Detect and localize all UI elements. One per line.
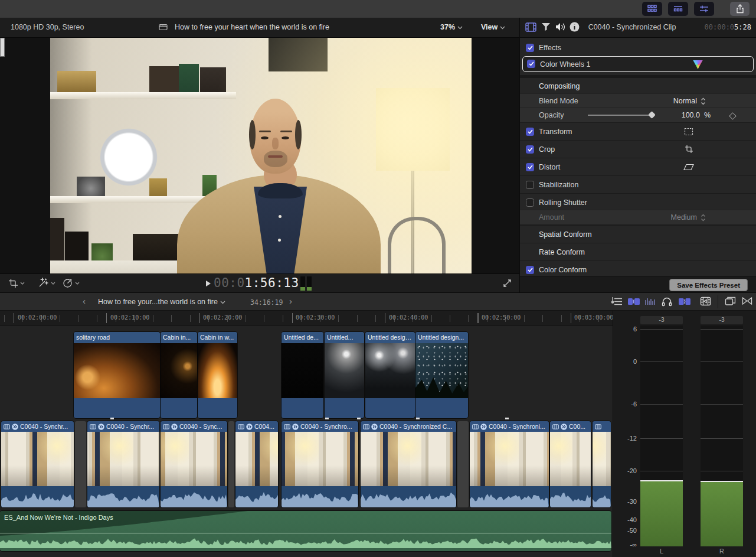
peak-cap — [701, 481, 743, 482]
timeline-ruler[interactable]: 00:02:00:00 00:02:10:00 00:02:20:00 00:0… — [0, 311, 613, 326]
gap-clip[interactable] — [228, 421, 234, 507]
connected-clip[interactable]: Untitled de... — [282, 332, 323, 418]
clip-audio-waveform — [361, 486, 456, 507]
next-project-icon[interactable]: › — [289, 296, 292, 306]
sync-clip[interactable]: C004... — [235, 421, 278, 507]
db-scale-label: -30 — [613, 498, 637, 505]
gap-clip[interactable] — [457, 421, 469, 507]
opacity-row: Opacity 100.0 % — [520, 108, 756, 123]
sync-circle-icon — [246, 424, 253, 430]
connected-clip[interactable]: Cabin in... — [161, 332, 197, 418]
edit-marker — [357, 418, 361, 419]
transform-checkbox[interactable] — [526, 128, 534, 136]
distort-checkbox[interactable] — [526, 163, 534, 171]
amount-value[interactable]: Medium — [638, 213, 697, 222]
current-timecode[interactable]: 00:01:56:13 — [214, 276, 299, 290]
music-waveform — [0, 536, 611, 548]
enhance-wand-button[interactable] — [38, 278, 48, 288]
db-scale-label: -12 — [613, 435, 637, 442]
sync-clip[interactable]: C0040 - Sync... — [161, 421, 227, 507]
meter-gridline — [701, 438, 743, 439]
skimming-headphones-icon[interactable] — [662, 297, 672, 307]
timeline-index-icon[interactable] — [611, 297, 623, 307]
audio-inspector-icon[interactable] — [555, 22, 566, 31]
crop-checkbox[interactable] — [526, 145, 534, 154]
connected-clip[interactable]: Untitled design-2 — [365, 332, 415, 418]
connected-clip[interactable]: solitary road — [74, 332, 160, 418]
mini-meter-level — [307, 287, 312, 291]
sync-circle-icon — [480, 424, 487, 430]
transform-label: Transform — [539, 128, 572, 136]
color-conform-checkbox[interactable] — [526, 266, 534, 274]
connected-clip[interactable]: Untitled design... — [415, 332, 468, 418]
chevron-down-icon[interactable] — [20, 282, 25, 285]
play-icon[interactable] — [205, 280, 211, 287]
inspector-toggle-button[interactable] — [694, 2, 714, 16]
share-button[interactable] — [730, 2, 750, 16]
trim-bowtie-icon[interactable] — [742, 297, 752, 305]
save-effects-preset-button[interactable]: Save Effects Preset — [669, 279, 748, 291]
opacity-value[interactable]: 100.0 — [665, 111, 700, 119]
volume-line[interactable] — [0, 533, 611, 533]
crop-icon[interactable] — [685, 145, 693, 154]
retime-button[interactable] — [63, 278, 73, 288]
blend-mode-value[interactable]: Normal — [638, 97, 697, 105]
color-wheels-row[interactable]: Color Wheels 1 — [520, 56, 756, 72]
info-inspector-icon[interactable] — [570, 22, 580, 32]
opacity-slider-knob[interactable] — [648, 111, 656, 119]
color-inspector-icon[interactable] — [541, 22, 551, 31]
secondary-display-icon[interactable] — [725, 297, 736, 306]
timeline[interactable]: 00:02:00:00 00:02:10:00 00:02:20:00 00:0… — [0, 311, 613, 557]
audio-waveform-icon[interactable] — [644, 297, 656, 305]
clip-audio-waveform — [550, 486, 591, 507]
zoom-level-menu[interactable]: 37% — [440, 23, 463, 31]
crop-tool-button[interactable] — [8, 278, 18, 288]
keyframe-diamond-icon[interactable] — [729, 112, 737, 120]
video-inspector-icon[interactable] — [525, 22, 536, 32]
sync-clip[interactable]: C0040 - Synchro... — [282, 421, 358, 507]
snapping-icon[interactable] — [679, 298, 690, 305]
sync-clip[interactable]: C0040 - Synchr... — [1, 421, 74, 507]
inspector-footer: Save Effects Preset — [520, 276, 756, 292]
color-wheels-checkbox[interactable] — [527, 60, 535, 68]
sync-clip[interactable]: C0040 - Synchroni... — [470, 421, 549, 507]
timeline-index-button[interactable] — [668, 2, 688, 16]
mini-audio-meter-right[interactable] — [307, 276, 312, 291]
effects-row: Effects — [520, 41, 756, 56]
browser-edge-thumbnail — [0, 38, 5, 57]
mini-audio-meter-left[interactable] — [300, 276, 305, 291]
sync-clip[interactable]: C0040 - Synchr... — [87, 421, 159, 507]
chevron-down-icon[interactable] — [51, 282, 55, 285]
meter-gridline — [640, 329, 683, 330]
channel-label-right: R — [701, 548, 743, 555]
timeline-project-title[interactable]: How to free your...the world is on fire — [98, 298, 225, 306]
gap-clip[interactable] — [75, 421, 86, 507]
expand-icon[interactable] — [503, 279, 512, 288]
clip-appearance-icon[interactable] — [628, 298, 640, 305]
effects-label: Effects — [539, 44, 561, 52]
video-preview[interactable] — [50, 38, 472, 273]
music-clip[interactable]: ES_And Now We're Not - Indigo Days — [0, 511, 611, 551]
clip-filmstrip — [361, 432, 456, 486]
opacity-slider-track[interactable] — [588, 115, 653, 116]
stepper-icon[interactable] — [701, 97, 706, 105]
clip-audio-waveform — [593, 486, 611, 507]
transform-icon[interactable] — [684, 128, 693, 136]
clip-filmstrip — [470, 432, 549, 486]
stabilization-checkbox[interactable] — [526, 181, 534, 189]
sync-clip[interactable] — [593, 421, 611, 507]
chevron-down-icon[interactable] — [75, 282, 80, 285]
stepper-icon[interactable] — [701, 214, 706, 222]
sync-clip[interactable]: C00... — [550, 421, 591, 507]
distort-icon[interactable] — [683, 164, 694, 171]
color-conform-label: Color Conform — [539, 266, 587, 274]
previous-project-icon[interactable]: ‹ — [83, 296, 86, 306]
effects-checkbox[interactable] — [526, 44, 534, 52]
connected-clip[interactable]: Cabin in w... — [198, 332, 237, 418]
sync-clip[interactable]: C0040 - Synchronized C... — [361, 421, 456, 507]
rolling-shutter-checkbox[interactable] — [526, 198, 534, 207]
browser-grid-button[interactable] — [642, 2, 662, 16]
filmstrip-icon[interactable] — [700, 297, 711, 306]
view-menu[interactable]: View — [481, 23, 505, 31]
connected-clip[interactable]: Untitled... — [325, 332, 364, 418]
